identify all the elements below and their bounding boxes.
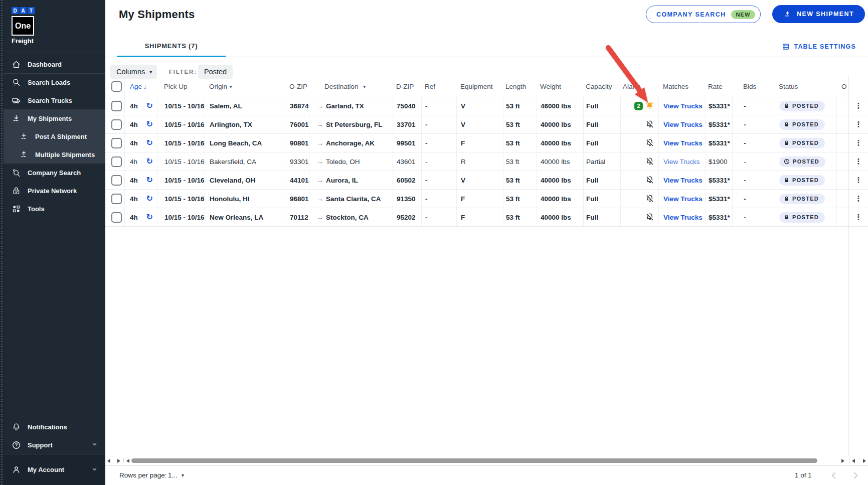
sidebar-item-search-loads[interactable]: Search Loads (0, 73, 105, 91)
scroll-right-button[interactable] (863, 459, 866, 463)
sidebar-item-label: My Shipments (28, 115, 72, 122)
arrow-right-icon: → (316, 139, 323, 147)
capacity-cell: Full (583, 190, 620, 208)
row-select-cell (105, 190, 124, 208)
view-trucks-link[interactable]: View Trucks (663, 139, 703, 147)
next-page-button[interactable] (849, 469, 862, 482)
refresh-icon[interactable]: ↻ (146, 176, 153, 184)
matches-cell: View Trucks (658, 115, 706, 133)
scroll-right-button[interactable] (117, 459, 120, 463)
filter-label: FILTER: (169, 69, 197, 75)
table-body: 4h↻ 10/15 - 10/16 Salem, AL 36874 →Garla… (105, 97, 868, 227)
view-trucks-link[interactable]: View Trucks (663, 177, 703, 184)
status-badge: POSTED (779, 194, 825, 204)
help-icon (11, 440, 21, 450)
sidebar-item-search-trucks[interactable]: Search Trucks (0, 91, 105, 109)
view-trucks-link[interactable]: View Trucks (663, 195, 703, 203)
origin-cell: Cleveland, OH (205, 171, 281, 189)
tab-shipments[interactable]: SHIPMENTS (7) (117, 36, 226, 57)
row-actions-button[interactable]: ⋮ (848, 97, 868, 115)
refresh-icon[interactable]: ↻ (146, 213, 153, 221)
sidebar-item-notifications[interactable]: Notifications (0, 418, 105, 436)
row-actions-button[interactable]: ⋮ (848, 171, 868, 189)
scroll-left-button[interactable] (852, 459, 855, 463)
company-search-button[interactable]: COMPANY SEARCH NEW (646, 6, 761, 23)
alarm-cell (620, 134, 658, 152)
previous-page-button[interactable] (827, 469, 840, 482)
view-trucks-link[interactable]: View Trucks (663, 214, 703, 221)
company-search-label: COMPANY SEARCH (656, 11, 726, 18)
equipment-cell: F (456, 208, 503, 226)
bell-muted-icon[interactable] (645, 157, 654, 166)
table-row: 4h↻ 10/15 - 10/16 New Orleans, LA 70112 … (105, 208, 868, 227)
scroll-right-button[interactable] (841, 459, 844, 463)
select-all-checkbox[interactable] (111, 81, 122, 92)
chevron-down-icon[interactable]: ▾ (182, 472, 184, 478)
destination-cell: →Garland, TX (309, 97, 393, 115)
column-header-rate: Rate (706, 76, 732, 97)
sidebar-item-label: Post A Shipment (35, 133, 87, 140)
row-checkbox[interactable] (111, 138, 122, 148)
row-actions-button[interactable]: ⋮ (848, 190, 868, 208)
equipment-cell: V (456, 171, 503, 189)
bell-muted-icon[interactable] (645, 176, 654, 185)
scroll-left-button[interactable] (107, 459, 110, 463)
sidebar-item-my-shipments[interactable]: My Shipments (0, 109, 105, 127)
row-checkbox[interactable] (111, 101, 122, 111)
alarm-cell: 2 (620, 97, 658, 115)
sidebar-item-post-a-shipment[interactable]: Post A Shipment (0, 127, 105, 145)
bell-muted-icon[interactable] (645, 213, 654, 222)
sidebar-item-label: Dashboard (28, 61, 62, 68)
row-actions-button[interactable]: ⋮ (848, 134, 868, 152)
age-cell: 4h↻ (124, 171, 157, 189)
bell-muted-icon[interactable] (645, 194, 654, 203)
sidebar-nav: Dashboard Search Loads Search Trucks My … (0, 55, 105, 218)
row-checkbox[interactable] (111, 194, 122, 204)
weight-cell: 40000 lbs (537, 134, 583, 152)
view-trucks-link[interactable]: View Trucks (663, 102, 703, 110)
row-checkbox[interactable] (111, 212, 122, 223)
refresh-icon[interactable]: ↻ (146, 157, 153, 166)
bell-muted-icon[interactable] (645, 138, 654, 147)
sidebar-item-label: Notifications (28, 423, 67, 431)
row-actions-button[interactable]: ⋮ (848, 208, 868, 226)
table-settings-button[interactable]: TABLE SETTINGS (782, 43, 856, 51)
rows-per-page-value[interactable]: 1... (168, 471, 178, 479)
sidebar-item-dashboard[interactable]: Dashboard (0, 55, 105, 73)
view-trucks-link[interactable]: View Trucks (663, 158, 700, 166)
company-search-icon (11, 168, 21, 178)
bell-muted-icon[interactable] (645, 120, 654, 129)
table-settings-label: TABLE SETTINGS (794, 43, 856, 50)
ozip-cell: 70112 (281, 208, 309, 226)
view-trucks-link[interactable]: View Trucks (663, 121, 703, 128)
shipments-download-icon (11, 113, 21, 123)
sidebar-item-my-account[interactable]: My Account (0, 454, 105, 485)
refresh-icon[interactable]: ↻ (146, 102, 153, 110)
refresh-icon[interactable]: ↻ (146, 139, 153, 147)
sidebar-item-private-network[interactable]: Private Network (0, 182, 105, 200)
bell-ringing-icon[interactable] (645, 101, 654, 111)
new-shipment-button[interactable]: NEW SHIPMENT (772, 5, 865, 23)
horizontal-scrollbar[interactable] (105, 458, 868, 463)
row-checkbox[interactable] (111, 156, 122, 167)
column-header-age[interactable]: Age↓ (124, 76, 157, 97)
column-header-origin[interactable]: Origin▾ (205, 76, 281, 97)
sidebar-item-multiple-shipments[interactable]: Multiple Shipments (0, 145, 105, 164)
row-checkbox[interactable] (111, 119, 122, 130)
sidebar-item-company-search[interactable]: Company Search (0, 164, 105, 182)
window-edge (0, 0, 4, 485)
truck-icon (11, 95, 21, 105)
row-actions-button[interactable]: ⋮ (848, 115, 868, 133)
table-row: 4h↻ 10/15 - 10/16 Salem, AL 36874 →Garla… (105, 97, 868, 115)
scroll-left-button[interactable] (126, 459, 129, 463)
row-actions-button[interactable]: ⋮ (848, 152, 868, 171)
refresh-icon[interactable]: ↻ (146, 195, 153, 203)
row-checkbox[interactable] (111, 175, 122, 186)
scrollbar-thumb[interactable] (131, 458, 817, 463)
column-header-destination[interactable]: Destination▾ (309, 76, 393, 97)
sidebar-item-support[interactable]: Support (0, 436, 105, 454)
length-cell: 53 ft (503, 208, 537, 226)
refresh-icon[interactable]: ↻ (146, 120, 153, 128)
sidebar-item-tools[interactable]: Tools (0, 200, 105, 218)
ref-cell: - (421, 152, 456, 171)
